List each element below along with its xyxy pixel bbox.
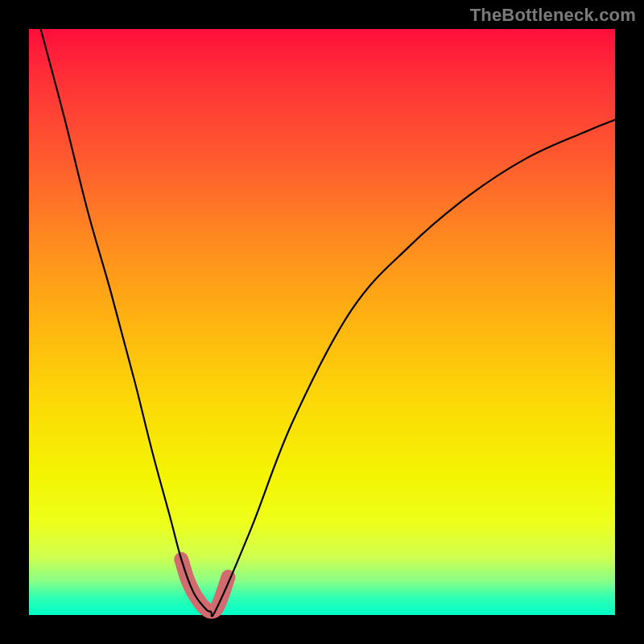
chart-plot-area — [29, 29, 615, 615]
chart-outer-frame: TheBottleneck.com — [0, 0, 644, 644]
bottleneck-curve-path — [41, 29, 615, 616]
watermark-text: TheBottleneck.com — [470, 5, 636, 26]
valley-highlight-path — [181, 559, 228, 612]
chart-svg — [29, 29, 615, 615]
